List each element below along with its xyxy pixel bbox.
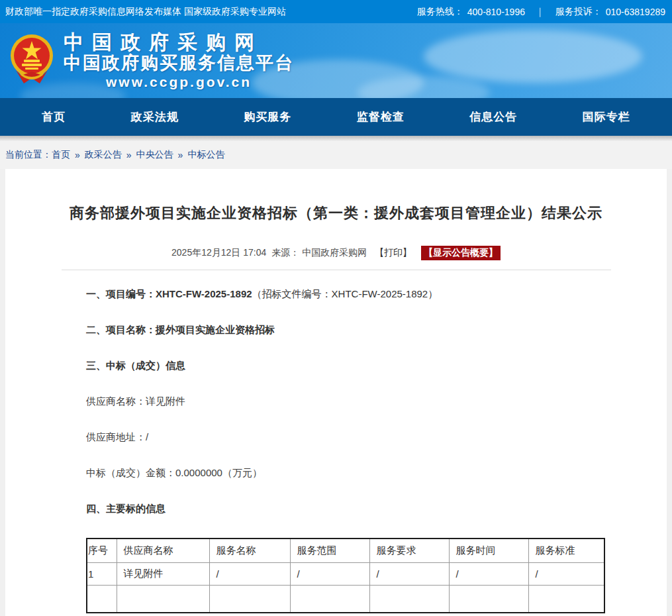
complaint-label: 服务投诉：	[555, 6, 602, 18]
site-slogan: 财政部唯一指定政府采购信息网络发布媒体 国家级政府采购专业网站	[5, 6, 286, 18]
cell-empty	[369, 585, 449, 613]
main-nav: 首页 政采法规 购买服务 监督检查 信息公告 国际专栏	[0, 98, 672, 136]
site-subtitle: 中国政府购买服务信息平台	[64, 53, 294, 74]
publish-datetime: 2025年12月12日 17:04	[171, 247, 266, 258]
cell-empty	[528, 585, 604, 613]
breadcrumb-label: 当前位置：	[5, 149, 52, 161]
complaint-number: 010-63819289	[606, 7, 665, 17]
topbar-divider: ｜	[536, 6, 545, 18]
hotline-number: 400-810-1996	[467, 7, 525, 17]
article-container: 商务部援外项目实施企业资格招标（第一类：援外成套项目管理企业）结果公示 2025…	[5, 169, 667, 616]
nav-item-purchase-services[interactable]: 购买服务	[244, 109, 291, 125]
cell-empty	[290, 585, 369, 613]
nav-shadow-divider	[0, 136, 672, 141]
award-amount-line: 中标（成交）金额：0.0000000（万元）	[86, 466, 667, 480]
nav-item-announcements[interactable]: 信息公告	[469, 109, 517, 125]
col-header-service-name: 服务名称	[209, 539, 290, 562]
table-row: 1 详见附件 / / / / /	[87, 562, 604, 585]
main-subject-table: 序号 供应商名称 服务名称 服务范围 服务要求 服务时间 服务标准 1 详见附件…	[86, 538, 605, 613]
site-name: 中国政府采购网	[64, 31, 294, 53]
cell-empty	[87, 585, 117, 613]
cell-supplier: 详见附件	[117, 562, 209, 585]
cloud-decoration	[424, 30, 642, 83]
col-header-service-standard: 服务标准	[528, 539, 604, 562]
cell-service-requirement: /	[369, 562, 449, 585]
print-button[interactable]: 【打印】	[375, 247, 412, 258]
cell-seq: 1	[87, 562, 117, 585]
cell-service-name: /	[209, 562, 290, 585]
top-bar: 财政部唯一指定政府采购信息网络发布媒体 国家级政府采购专业网站 服务热线：400…	[0, 0, 672, 23]
breadcrumb-separator: »	[178, 150, 183, 160]
site-url: www.ccgp.gov.cn	[64, 74, 294, 91]
nav-item-home[interactable]: 首页	[42, 109, 66, 125]
cell-empty	[449, 585, 528, 613]
section-project-number: 一、项目编号：XHTC-FW-2025-1892（招标文件编号：XHTC-FW-…	[86, 287, 667, 301]
source-label: 来源：	[271, 247, 299, 258]
col-header-service-time: 服务时间	[449, 539, 528, 562]
col-header-seq: 序号	[87, 539, 117, 562]
article-meta: 2025年12月12日 17:04 来源：中国政府采购网 【打印】 【显示公告概…	[5, 246, 667, 260]
project-number-bold: 一、项目编号：XHTC-FW-2025-1892	[86, 288, 252, 299]
article-content: 一、项目编号：XHTC-FW-2025-1892（招标文件编号：XHTC-FW-…	[5, 270, 667, 613]
national-emblem-icon	[9, 32, 54, 90]
site-logo[interactable]: 中国政府采购网 中国政府购买服务信息平台 www.ccgp.gov.cn	[9, 31, 294, 91]
nav-item-supervision[interactable]: 监督检查	[357, 109, 405, 125]
service-contacts: 服务热线：400-810-1996 ｜ 服务投诉：010-63819289	[417, 6, 665, 18]
breadcrumb-item-central-notices[interactable]: 中央公告	[136, 149, 173, 161]
page-title: 商务部援外项目实施企业资格招标（第一类：援外成套项目管理企业）结果公示	[5, 203, 667, 223]
nav-item-international[interactable]: 国际专栏	[583, 109, 630, 125]
breadcrumb-item-award-notices[interactable]: 中标公告	[187, 149, 224, 161]
breadcrumb-item-home[interactable]: 首页	[52, 149, 70, 161]
table-header-row: 序号 供应商名称 服务名称 服务范围 服务要求 服务时间 服务标准	[87, 539, 604, 562]
supplier-name-line: 供应商名称：详见附件	[86, 395, 667, 408]
section-award-info: 三、中标（成交）信息	[86, 359, 667, 372]
site-title-block: 中国政府采购网 中国政府购买服务信息平台 www.ccgp.gov.cn	[64, 31, 294, 91]
col-header-service-scope: 服务范围	[290, 539, 369, 562]
section-project-name: 二、项目名称：援外项目实施企业资格招标	[86, 323, 667, 336]
section-main-subject-info: 四、主要标的信息	[86, 502, 667, 515]
supplier-address-line: 供应商地址：/	[86, 431, 667, 444]
site-banner: 中国政府采购网 中国政府购买服务信息平台 www.ccgp.gov.cn	[0, 23, 672, 98]
table-row-empty	[87, 585, 604, 613]
show-summary-button[interactable]: 【显示公告概要】	[421, 246, 501, 260]
cell-empty	[209, 585, 290, 613]
cell-empty	[117, 585, 209, 613]
col-header-supplier: 供应商名称	[117, 539, 209, 562]
cell-service-standard: /	[528, 562, 604, 585]
breadcrumb: 当前位置： 首页 » 政采公告 » 中央公告 » 中标公告	[0, 141, 672, 169]
breadcrumb-separator: »	[126, 150, 132, 160]
breadcrumb-separator: »	[75, 150, 80, 160]
cell-service-scope: /	[290, 562, 369, 585]
cell-service-time: /	[449, 562, 528, 585]
nav-item-regulations[interactable]: 政采法规	[131, 109, 179, 125]
col-header-service-requirement: 服务要求	[369, 539, 449, 562]
breadcrumb-item-procurement-notices[interactable]: 政采公告	[85, 149, 122, 161]
project-number-rest: （招标文件编号：XHTC-FW-2025-1892）	[252, 288, 438, 299]
hotline-label: 服务热线：	[417, 6, 463, 18]
source-name: 中国政府采购网	[302, 247, 367, 258]
